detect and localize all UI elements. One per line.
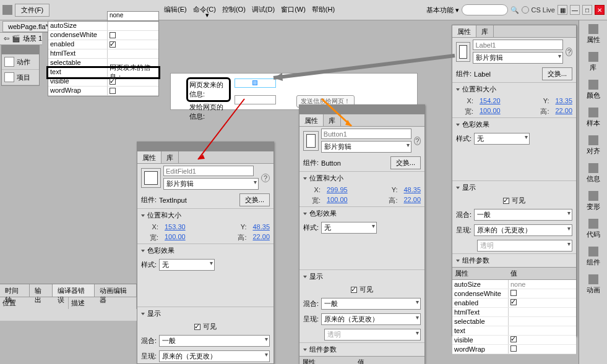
tab-timeline[interactable]: 时间轴 [0, 284, 30, 297]
w-value[interactable]: 100.00 [327, 196, 348, 205]
h-value[interactable]: 22.00 [252, 233, 270, 242]
blend-dropdown[interactable]: 一般 [321, 298, 421, 310]
project-item[interactable]: 项目 [2, 70, 39, 85]
disclosure-icon[interactable] [303, 349, 307, 351]
dock-props[interactable]: 属性 [579, 20, 607, 48]
swap-button[interactable]: 交换... [239, 193, 270, 206]
swap-button[interactable]: 交换... [390, 156, 421, 169]
disclosure-icon[interactable] [141, 214, 145, 217]
autosize-value-dropdown[interactable]: none [107, 11, 159, 21]
instance-name-input[interactable] [473, 40, 563, 50]
layout-dropdown[interactable]: 基本功能 ▾ [426, 6, 459, 15]
dock-library[interactable]: 库 [579, 48, 607, 76]
style-dropdown[interactable]: 无 [159, 259, 215, 271]
tab-props[interactable]: 属性 [452, 25, 476, 37]
disclosure-icon[interactable] [141, 313, 145, 315]
render-dropdown[interactable]: 原来的（无更改） [321, 313, 421, 325]
checkbox[interactable] [110, 88, 116, 94]
file-menu[interactable]: 文件(F) [15, 4, 50, 17]
selection-handle[interactable] [252, 80, 257, 85]
dock-motion[interactable]: 动画 [579, 271, 607, 298]
tab-props[interactable]: 属性 [299, 114, 324, 126]
menu-debug[interactable]: 调试(D) [252, 5, 275, 14]
search-icon[interactable]: 🔍 [510, 6, 519, 14]
swap-button[interactable]: 交换... [542, 67, 572, 80]
disclosure-icon[interactable] [303, 213, 307, 215]
checkbox[interactable] [510, 336, 517, 342]
visible-checkbox[interactable] [194, 324, 200, 330]
x-value[interactable]: 299.95 [327, 186, 348, 193]
tab-motion-editor[interactable]: 动画编辑器 [95, 284, 137, 297]
panel-grip[interactable] [137, 142, 273, 151]
stage-textinput-component[interactable] [235, 95, 276, 104]
disclosure-icon[interactable] [303, 177, 307, 180]
render-dropdown[interactable]: 原来的（无更改） [159, 350, 270, 362]
disclosure-icon[interactable] [456, 187, 460, 189]
scene-name[interactable]: 场景 1 [23, 34, 42, 43]
y-value[interactable]: 48.35 [403, 186, 421, 193]
dock-code[interactable]: 代码 [579, 215, 607, 243]
maximize-icon[interactable]: □ [582, 5, 592, 15]
h-value[interactable]: 22.00 [555, 107, 572, 116]
search-input[interactable] [462, 4, 508, 15]
y-value[interactable]: 48.35 [252, 223, 270, 231]
overflow-icon[interactable]: ▦ [557, 5, 567, 15]
menu-edit[interactable]: 编辑(E) [164, 5, 187, 14]
param-value[interactable]: 网页发来的信息： [107, 68, 158, 77]
y-value[interactable]: 13.35 [555, 97, 572, 104]
w-value[interactable]: 100.00 [165, 233, 186, 242]
menu-help[interactable]: 帮助(H) [312, 5, 335, 14]
tab-compiler-errors[interactable]: 编译器错误 [53, 284, 95, 297]
disclosure-icon[interactable] [303, 276, 307, 278]
visible-checkbox[interactable] [503, 198, 509, 204]
visible-checkbox[interactable] [351, 287, 357, 293]
minimize-icon[interactable]: — [570, 5, 580, 15]
checkbox[interactable] [510, 345, 517, 352]
panel-grip[interactable] [2, 46, 39, 54]
menu-cmd[interactable]: 命令(C) [193, 5, 216, 14]
symbol-type-dropdown[interactable]: 影片剪辑 [321, 141, 411, 153]
transparency-dropdown[interactable]: 透明 [324, 329, 421, 341]
style-dropdown[interactable]: 无 [474, 133, 530, 145]
disclosure-icon[interactable] [141, 250, 145, 252]
instance-name-input[interactable] [163, 166, 254, 176]
checkbox[interactable] [510, 290, 517, 296]
checkbox[interactable] [110, 78, 116, 85]
tab-lib[interactable]: 库 [476, 25, 494, 37]
tab-lib[interactable]: 库 [161, 151, 179, 163]
dock-transform[interactable]: 变形 [579, 187, 607, 215]
dropdown-arrow-icon[interactable]: ▾ [205, 11, 209, 19]
param-value[interactable]: none [508, 280, 576, 289]
x-value[interactable]: 154.20 [480, 97, 501, 104]
close-icon[interactable]: ✕ [595, 5, 605, 15]
checkbox[interactable] [110, 41, 116, 48]
dock-info[interactable]: 信息 [579, 159, 607, 187]
w-value[interactable]: 100.00 [480, 107, 501, 116]
render-dropdown[interactable]: 原来的（无更改） [474, 224, 572, 236]
menu-window[interactable]: 窗口(W) [281, 5, 306, 14]
symbol-type-dropdown[interactable]: 影片剪辑 [163, 178, 259, 190]
tab-props[interactable]: 属性 [137, 151, 161, 163]
disclosure-icon[interactable] [456, 124, 460, 126]
stage-label-component[interactable] [235, 78, 276, 88]
dock-components[interactable]: 组件 [579, 243, 607, 271]
back-icon[interactable]: ⇦ [4, 35, 9, 43]
dock-color[interactable]: 颜色 [579, 76, 607, 104]
doc-tab[interactable]: webPage.fla* [2, 21, 54, 32]
dock-align[interactable]: 对齐 [579, 132, 607, 159]
checkbox[interactable] [110, 32, 116, 38]
blend-dropdown[interactable]: 一般 [159, 335, 270, 347]
tab-output[interactable]: 输出 [30, 284, 53, 297]
style-dropdown[interactable]: 无 [321, 222, 377, 234]
help-icon[interactable]: ? [261, 174, 270, 182]
x-value[interactable]: 153.30 [165, 223, 186, 231]
disclosure-icon[interactable] [456, 88, 460, 91]
dock-swatches[interactable]: 样本 [579, 104, 607, 132]
blend-dropdown[interactable]: 一般 [474, 209, 572, 221]
checkbox[interactable] [510, 299, 517, 305]
help-icon[interactable]: ? [414, 137, 421, 145]
instance-name-input[interactable] [321, 129, 411, 139]
panel-grip[interactable] [299, 105, 424, 114]
menu-ctrl[interactable]: 控制(O) [222, 5, 246, 14]
actions-item[interactable]: 动作 [2, 54, 39, 70]
